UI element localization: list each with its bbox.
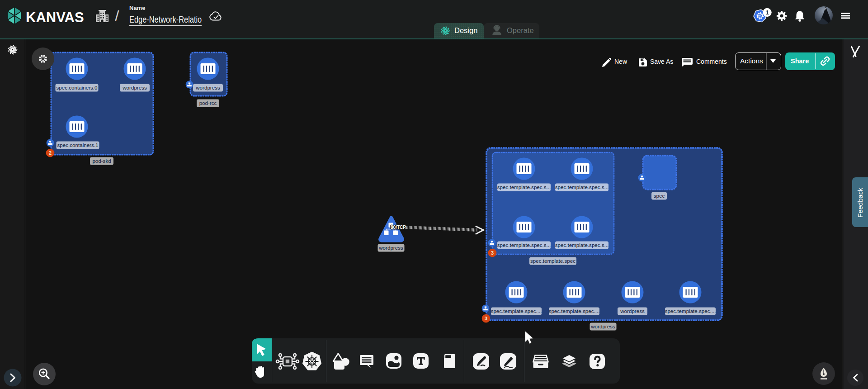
svg-text:1: 1 [765,9,769,16]
